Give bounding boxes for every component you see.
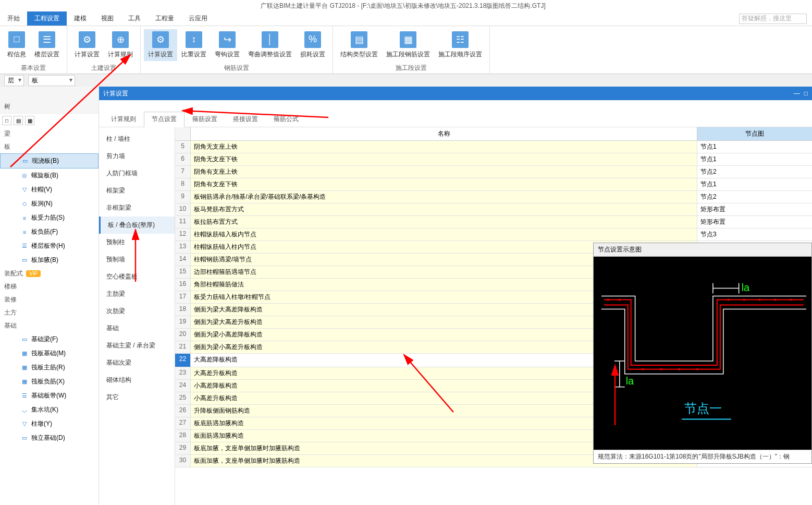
category-item[interactable]: 空心楼盖板 xyxy=(99,268,175,285)
panel-header: 计算设置 — □ xyxy=(99,87,812,100)
tab-project-settings[interactable]: 工程设置 xyxy=(27,11,67,26)
svg-point-7 xyxy=(642,368,644,370)
tree-item[interactable]: ◎螺旋板(B) xyxy=(0,169,99,183)
menu-tabs: 开始 工程设置 建模 视图 工具 工程量 云应用 答疑解惑，搜这里 xyxy=(0,11,812,26)
inner-tab-lap-settings[interactable]: 搭接设置 xyxy=(225,112,266,127)
tree-group[interactable]: 装修 xyxy=(0,293,99,306)
table-row[interactable]: 8阴角有支座下铁节点1 xyxy=(175,178,812,191)
tree-item[interactable]: ▽柱帽(V) xyxy=(0,183,99,197)
tree-item[interactable]: ≡板负筋(F) xyxy=(0,225,99,239)
category-item[interactable]: 基础 xyxy=(99,320,175,337)
dropdown-board[interactable]: 板 xyxy=(28,75,75,86)
tree-item[interactable]: ▭基础梁(F) xyxy=(0,332,99,346)
tab-modeling[interactable]: 建模 xyxy=(67,11,94,26)
table-row[interactable]: 11板拉筋布置方式矩形布置 xyxy=(175,216,812,229)
tree-item[interactable]: ≡板受力筋(S) xyxy=(0,211,99,225)
title-bar: 广联达BIM土建计量平台 GTJ2018 - [F:\桌面\地块五\初版未修改\… xyxy=(0,0,812,11)
table-row[interactable]: 9板钢筋遇承台/独基/承台梁/基础联系梁/条基构造节点2 xyxy=(175,191,812,203)
btn-hook-settings[interactable]: ↪弯钩设置 xyxy=(211,29,244,61)
category-item[interactable]: 柱 / 墙柱 xyxy=(99,130,175,148)
svg-point-8 xyxy=(660,368,662,370)
tree-item[interactable]: ▭现浇板(B) xyxy=(0,153,99,169)
table-row[interactable]: 5阴角无支座上铁节点1 xyxy=(175,141,812,153)
table-row[interactable]: 7阴角有支座上铁节点2 xyxy=(175,166,812,178)
tree-item[interactable]: ▭独立基础(D) xyxy=(0,431,99,445)
svg-point-6 xyxy=(790,299,792,301)
svg-point-5 xyxy=(774,299,776,301)
tree-group[interactable]: 楼梯 xyxy=(0,280,99,293)
tree-item[interactable]: ▦筏板负筋(X) xyxy=(0,375,99,389)
svg-point-9 xyxy=(678,368,680,370)
tree-group[interactable]: 装配式VIP xyxy=(0,267,99,280)
tab-start[interactable]: 开始 xyxy=(0,11,27,26)
table-row[interactable]: 6阴角无支座下铁节点1 xyxy=(175,153,812,166)
tree-btn-2[interactable]: ▤ xyxy=(14,116,23,125)
tree-item[interactable]: ▦筏板基础(M) xyxy=(0,346,99,360)
category-item[interactable]: 框架梁 xyxy=(99,182,175,199)
dropdown-layer[interactable]: 层 xyxy=(4,75,24,86)
svg-point-3 xyxy=(743,299,745,301)
table-row[interactable]: 12柱帽纵筋锚入板内节点节点3 xyxy=(175,229,812,241)
tree-item[interactable]: ☰基础板带(W) xyxy=(0,389,99,403)
btn-structure-type[interactable]: ▤结构类型设置 xyxy=(336,29,382,61)
btn-bend-adjust[interactable]: │弯曲调整值设置 xyxy=(244,29,296,61)
tree-item[interactable]: ◡集水坑(K) xyxy=(0,403,99,417)
btn-floor-settings[interactable]: ☰楼层设置 xyxy=(30,29,64,61)
category-item[interactable]: 板 / 叠合板(整厚) xyxy=(99,217,175,234)
svg-point-2 xyxy=(728,299,730,301)
category-item[interactable]: 次肋梁 xyxy=(99,303,175,320)
tree-btn-3[interactable]: ▦ xyxy=(25,116,34,125)
inner-tab-stirrup-settings[interactable]: 箍筋设置 xyxy=(184,112,225,127)
tree-item[interactable]: ▽柱墩(Y) xyxy=(0,417,99,431)
tab-cloud[interactable]: 云应用 xyxy=(181,11,215,26)
btn-loss-settings[interactable]: %损耗设置 xyxy=(296,29,329,61)
tab-tools[interactable]: 工具 xyxy=(121,11,148,26)
tree-group[interactable]: 基础 xyxy=(0,319,99,332)
category-item[interactable]: 其它 xyxy=(99,389,175,406)
btn-calc-settings-1[interactable]: ⚙计算设置 xyxy=(70,29,104,61)
tree-item[interactable]: ▦筏板主筋(R) xyxy=(0,360,99,375)
category-item[interactable]: 非框架梁 xyxy=(99,199,175,217)
btn-section-rebar[interactable]: ▦施工段钢筋设置 xyxy=(382,29,434,61)
tab-view[interactable]: 视图 xyxy=(94,11,121,26)
svg-point-4 xyxy=(758,299,760,301)
svg-text:la: la xyxy=(742,282,750,293)
inner-tab-stirrup-formula[interactable]: 箍筋公式 xyxy=(266,112,306,127)
component-tree: 树 □ ▤ ▦ 梁 板 ▭现浇板(B)◎螺旋板(B)▽柱帽(V)◇板洞(N)≡板… xyxy=(0,100,99,505)
category-item[interactable]: 基础主梁 / 承台梁 xyxy=(99,337,175,354)
maximize-icon[interactable]: □ xyxy=(804,90,808,97)
svg-text:la: la xyxy=(626,375,634,387)
tree-item[interactable]: ◇板洞(N) xyxy=(0,197,99,211)
tree-group[interactable]: 土方 xyxy=(0,306,99,319)
category-item[interactable]: 人防门框墙 xyxy=(99,165,175,182)
svg-point-0 xyxy=(607,299,609,301)
category-item[interactable]: 主肋梁 xyxy=(99,285,175,303)
category-item[interactable]: 砌体结构 xyxy=(99,371,175,389)
minimize-icon[interactable]: — xyxy=(794,90,800,97)
tab-quantity[interactable]: 工程量 xyxy=(148,11,181,26)
inner-tab-calc-rules[interactable]: 计算规则 xyxy=(103,112,144,127)
inner-tab-node-settings[interactable]: 节点设置 xyxy=(144,112,184,127)
ribbon: □程信息 ☰楼层设置 基本设置 ⚙计算设置 ⊕计算规则 土建设置 ⚙计算设置 ↕… xyxy=(0,26,812,74)
tree-item[interactable]: ☰楼层板带(H) xyxy=(0,239,99,253)
btn-calc-rules[interactable]: ⊕计算规则 xyxy=(104,29,137,61)
tree-btn-1[interactable]: □ xyxy=(2,116,11,125)
svg-point-10 xyxy=(696,368,698,370)
svg-text:节点一: 节点一 xyxy=(684,401,722,415)
sub-bar: 层 板 xyxy=(0,74,812,87)
category-item[interactable]: 预制柱 xyxy=(99,234,175,251)
category-item[interactable]: 预制墙 xyxy=(99,251,175,268)
category-item[interactable]: 剪力墙 xyxy=(99,148,175,165)
btn-weight-settings[interactable]: ↕比重设置 xyxy=(177,29,211,61)
svg-point-1 xyxy=(619,299,621,301)
table-row[interactable]: 10板马凳筋布置方式矩形布置 xyxy=(175,203,812,216)
diagram-canvas: la la 节点一 xyxy=(594,257,811,450)
btn-project-info[interactable]: □程信息 xyxy=(3,29,30,61)
tree-item[interactable]: ▭板加腋(B) xyxy=(0,253,99,267)
search-input[interactable]: 答疑解惑，搜这里 xyxy=(739,14,807,24)
preview-panel: 节点设置示意图 la la 节点一 规范算法：来源16G101-1第108页的"… xyxy=(593,243,812,464)
btn-calc-settings-2[interactable]: ⚙计算设置 xyxy=(144,29,177,61)
btn-section-order[interactable]: ☷施工段顺序设置 xyxy=(434,29,486,61)
inner-tabs: 计算规则 节点设置 箍筋设置 搭接设置 箍筋公式 xyxy=(99,100,812,127)
category-item[interactable]: 基础次梁 xyxy=(99,354,175,371)
